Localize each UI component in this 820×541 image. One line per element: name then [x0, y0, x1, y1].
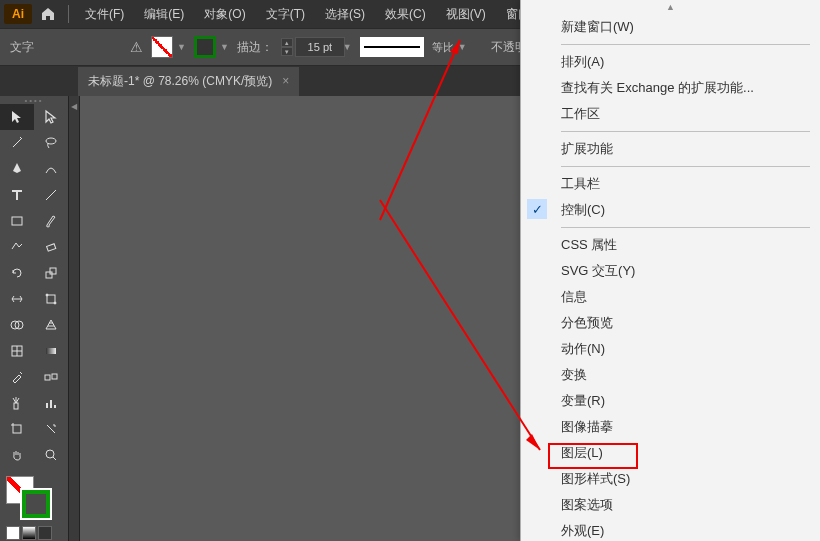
check-icon: ✓	[527, 199, 547, 219]
divider	[68, 5, 69, 23]
menu-toolbar[interactable]: 工具栏	[521, 171, 820, 197]
menu-select[interactable]: 选择(S)	[317, 2, 373, 27]
menu-view[interactable]: 视图(V)	[438, 2, 494, 27]
stroke-width-spinner[interactable]: ▲ ▼ 15 pt ▼	[281, 37, 352, 57]
menu-separator	[561, 166, 810, 167]
eraser-tool[interactable]	[34, 234, 68, 260]
gradient-mode[interactable]	[22, 526, 36, 540]
svg-rect-19	[50, 400, 52, 408]
menu-workspace[interactable]: 工作区	[521, 101, 820, 127]
menu-separator	[561, 227, 810, 228]
menu-appearance[interactable]: 外观(E)	[521, 518, 820, 541]
menu-new-window[interactable]: 新建窗口(W)	[521, 14, 820, 40]
artboard-tool[interactable]	[0, 416, 34, 442]
svg-rect-15	[45, 375, 50, 380]
svg-rect-4	[46, 272, 52, 278]
color-mode[interactable]	[6, 526, 20, 540]
window-dropdown-menu: ▲ 新建窗口(W) 排列(A) 查找有关 Exchange 的扩展功能... 工…	[520, 0, 820, 541]
menu-control[interactable]: ✓ 控制(C)	[521, 197, 820, 223]
chevron-down-icon[interactable]: ▼	[220, 42, 229, 52]
menu-info[interactable]: 信息	[521, 284, 820, 310]
menu-graphic-styles[interactable]: 图形样式(S)	[521, 466, 820, 492]
free-transform-tool[interactable]	[34, 286, 68, 312]
close-icon[interactable]: ×	[282, 74, 289, 88]
svg-rect-3	[47, 244, 56, 251]
perspective-tool[interactable]	[34, 312, 68, 338]
slice-tool[interactable]	[34, 416, 68, 442]
width-tool[interactable]	[0, 286, 34, 312]
menu-actions[interactable]: 动作(N)	[521, 336, 820, 362]
direct-selection-tool[interactable]	[34, 104, 68, 130]
menu-object[interactable]: 对象(O)	[196, 2, 253, 27]
svg-point-8	[54, 302, 56, 304]
chevron-down-icon[interactable]: ▼	[343, 42, 352, 52]
tab-title: 未标题-1* @ 78.26% (CMYK/预览)	[88, 73, 272, 90]
fill-swatch[interactable]	[151, 36, 173, 58]
pen-tool[interactable]	[0, 156, 34, 182]
spinner-up[interactable]: ▲	[281, 38, 293, 47]
rotate-tool[interactable]	[0, 260, 34, 286]
menu-file[interactable]: 文件(F)	[77, 2, 132, 27]
panel-collapse[interactable]: ◀	[68, 96, 80, 541]
chevron-down-icon[interactable]: ▼	[458, 42, 467, 52]
svg-rect-14	[46, 348, 56, 354]
svg-rect-5	[50, 268, 56, 274]
menu-text[interactable]: 文字(T)	[258, 2, 313, 27]
none-mode[interactable]	[38, 526, 52, 540]
shape-builder-tool[interactable]	[0, 312, 34, 338]
menu-svg-interact[interactable]: SVG 交互(Y)	[521, 258, 820, 284]
home-icon[interactable]	[36, 2, 60, 26]
scale-tool[interactable]	[34, 260, 68, 286]
mesh-tool[interactable]	[0, 338, 34, 364]
menu-transform[interactable]: 变换	[521, 362, 820, 388]
svg-rect-2	[12, 217, 22, 225]
fill-stroke-control[interactable]	[0, 468, 68, 526]
symbol-sprayer-tool[interactable]	[0, 390, 34, 416]
menu-pattern-options[interactable]: 图案选项	[521, 492, 820, 518]
menu-separator	[561, 44, 810, 45]
svg-rect-20	[54, 405, 56, 408]
menu-effect[interactable]: 效果(C)	[377, 2, 434, 27]
menu-image-trace[interactable]: 图像描摹	[521, 414, 820, 440]
menu-arrange[interactable]: 排列(A)	[521, 49, 820, 75]
menu-extensions[interactable]: 扩展功能	[521, 136, 820, 162]
profile-label: 等比	[432, 40, 454, 55]
menu-sep-preview[interactable]: 分色预览	[521, 310, 820, 336]
shaper-tool[interactable]	[0, 234, 34, 260]
column-graph-tool[interactable]	[34, 390, 68, 416]
magic-wand-tool[interactable]	[0, 130, 34, 156]
gradient-tool[interactable]	[34, 338, 68, 364]
svg-rect-17	[14, 403, 18, 409]
paintbrush-tool[interactable]	[34, 208, 68, 234]
chevron-down-icon[interactable]: ▼	[177, 42, 186, 52]
menu-layers[interactable]: 图层(L)	[521, 440, 820, 466]
svg-point-24	[46, 450, 54, 458]
width-profile[interactable]	[360, 37, 424, 57]
svg-rect-6	[47, 295, 55, 303]
stroke-color[interactable]	[22, 490, 50, 518]
panel-grip[interactable]: ••••	[0, 96, 68, 104]
hand-tool[interactable]	[0, 442, 34, 468]
menu-css-props[interactable]: CSS 属性	[521, 232, 820, 258]
svg-rect-16	[52, 374, 57, 379]
eyedropper-tool[interactable]	[0, 364, 34, 390]
document-tab[interactable]: 未标题-1* @ 78.26% (CMYK/预览) ×	[78, 67, 299, 96]
blend-tool[interactable]	[34, 364, 68, 390]
type-tool[interactable]	[0, 182, 34, 208]
zoom-tool[interactable]	[34, 442, 68, 468]
tools-panel: ••••	[0, 96, 68, 541]
selection-tool[interactable]	[0, 104, 34, 130]
menu-exchange[interactable]: 查找有关 Exchange 的扩展功能...	[521, 75, 820, 101]
curvature-tool[interactable]	[34, 156, 68, 182]
menu-variables[interactable]: 变量(R)	[521, 388, 820, 414]
spinner-down[interactable]: ▼	[281, 47, 293, 56]
menu-grip[interactable]: ▲	[521, 0, 820, 14]
stroke-width-value[interactable]: 15 pt	[295, 37, 345, 57]
rectangle-tool[interactable]	[0, 208, 34, 234]
svg-line-1	[46, 190, 56, 200]
stroke-swatch[interactable]	[194, 36, 216, 58]
lasso-tool[interactable]	[34, 130, 68, 156]
line-tool[interactable]	[34, 182, 68, 208]
warning-icon[interactable]: ⚠	[130, 39, 143, 55]
menu-edit[interactable]: 编辑(E)	[136, 2, 192, 27]
